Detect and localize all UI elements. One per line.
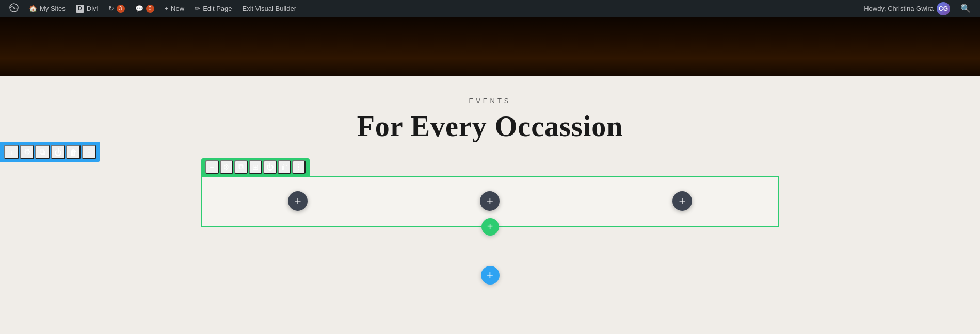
pencil-icon: ✏: [195, 5, 200, 12]
add-section-button[interactable]: +: [481, 266, 500, 285]
section-toggle-button[interactable]: ⏻: [51, 145, 65, 159]
column-1: +: [202, 177, 394, 226]
comments-count: 0: [146, 5, 154, 13]
row-add-button[interactable]: +: [205, 160, 219, 174]
row-copy-button[interactable]: ⧉: [234, 160, 248, 174]
my-sites-label: My Sites: [40, 5, 66, 12]
divi-menu[interactable]: D Divi: [71, 0, 103, 17]
row-delete-button[interactable]: 🗑: [278, 160, 291, 174]
section-more-button[interactable]: ⋮: [82, 145, 96, 159]
edit-page-link[interactable]: ✏ Edit Page: [189, 0, 237, 17]
new-label: New: [171, 5, 184, 12]
admin-bar: 🏠 My Sites D Divi ↻ 3 💬 0 + New ✏ Edit P…: [0, 0, 980, 17]
section-settings-button[interactable]: ⚙: [20, 145, 34, 159]
comments-menu[interactable]: 💬 0: [130, 0, 159, 17]
search-button[interactable]: 🔍: [955, 0, 976, 17]
column-3: +: [586, 177, 778, 226]
new-menu[interactable]: + New: [159, 0, 190, 17]
column-2-add-module-button[interactable]: +: [480, 191, 500, 211]
house-icon: 🏠: [29, 5, 37, 12]
my-sites-menu[interactable]: 🏠 My Sites: [24, 0, 71, 17]
divi-label: Divi: [87, 5, 98, 12]
section-heading: For Every Occassion: [10, 111, 970, 143]
row-toolbar-teal: + ⚙ ⧉ ⊞ ⏻ 🗑 ⋮: [201, 158, 310, 176]
avatar: CG: [937, 2, 950, 15]
admin-bar-right: Howdy, Christina Gwira CG 🔍: [859, 0, 976, 17]
content-area: EVENTS For Every Occassion + ⚙ ⧉ ⊞ ⏻ 🗑 ⋮…: [0, 76, 980, 334]
divi-row-wrapper: + ⚙ ⧉ ⊞ ⏻ 🗑 ⋮ + + + +: [201, 158, 779, 227]
edit-page-label: Edit Page: [203, 5, 232, 12]
section-toolbar-blue: + ⚙ ⧉ ⏻ 🗑 ⋮: [0, 142, 100, 162]
section-add-button[interactable]: +: [4, 145, 19, 159]
divi-icon: D: [76, 5, 84, 13]
svg-point-1: [13, 7, 15, 9]
wp-icon: [9, 3, 19, 14]
plus-icon: +: [165, 5, 169, 12]
wp-logo[interactable]: [4, 0, 24, 17]
howdy-text: Howdy, Christina Gwira CG: [859, 2, 955, 15]
section-copy-button[interactable]: ⧉: [35, 145, 50, 159]
section-delete-button[interactable]: 🗑: [66, 145, 81, 159]
updates-menu[interactable]: ↻ 3: [103, 0, 130, 17]
exit-vb-label: Exit Visual Builder: [243, 5, 297, 12]
section-label: EVENTS: [10, 97, 970, 105]
updates-icon: ↻: [108, 5, 114, 12]
column-1-add-module-button[interactable]: +: [288, 191, 308, 211]
row-layout-button[interactable]: ⊞: [249, 160, 262, 174]
hero-image: [0, 17, 980, 76]
add-section-wrapper: +: [10, 250, 970, 285]
column-3-add-module-button[interactable]: +: [672, 191, 692, 211]
row-settings-button[interactable]: ⚙: [220, 160, 233, 174]
comments-icon: 💬: [135, 5, 143, 12]
howdy-label: Howdy, Christina Gwira: [864, 5, 934, 12]
add-row-button-teal[interactable]: +: [481, 218, 499, 236]
updates-count: 3: [117, 5, 125, 13]
exit-visual-builder-link[interactable]: Exit Visual Builder: [237, 0, 302, 17]
row-more-button[interactable]: ⋮: [292, 160, 306, 174]
row-toggle-button[interactable]: ⏻: [263, 160, 277, 174]
